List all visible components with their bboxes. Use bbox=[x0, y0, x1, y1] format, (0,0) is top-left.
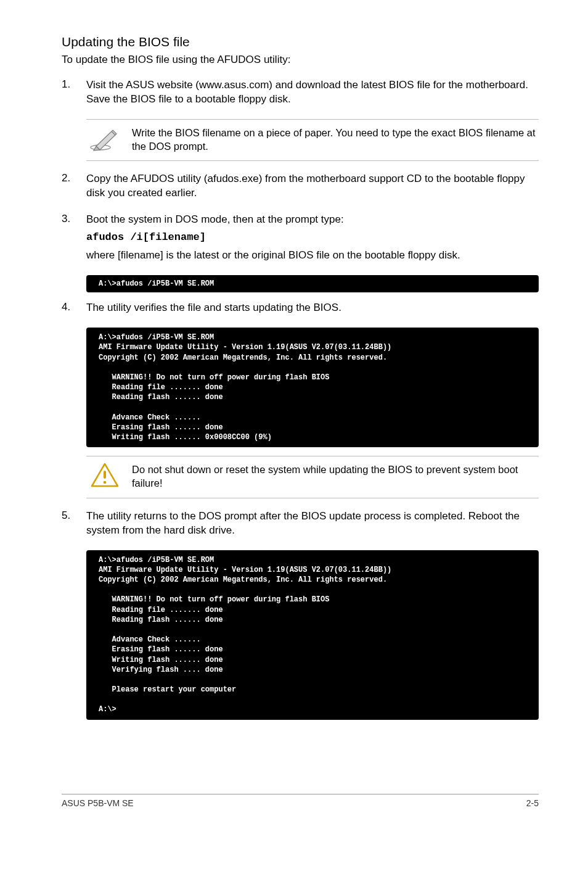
step-number: 1. bbox=[62, 78, 86, 110]
step-number: 3. bbox=[62, 213, 86, 266]
step-text: The utility verifies the file and starts… bbox=[86, 301, 539, 315]
step-number: 4. bbox=[62, 301, 86, 319]
step-item: 2. Copy the AFUDOS utility (afudos.exe) … bbox=[62, 172, 539, 204]
steps-list-cont3: 5. The utility returns to the DOS prompt… bbox=[62, 510, 539, 542]
warning-callout: Do not shut down or reset the system whi… bbox=[86, 456, 539, 498]
steps-list-cont2: 4. The utility verifies the file and sta… bbox=[62, 301, 539, 319]
note-text: Write the BIOS filename on a piece of pa… bbox=[132, 126, 536, 154]
step-number: 2. bbox=[62, 172, 86, 204]
step-body: The utility verifies the file and starts… bbox=[86, 301, 539, 319]
warning-icon bbox=[89, 463, 121, 489]
step-body: Boot the system in DOS mode, then at the… bbox=[86, 213, 539, 266]
step-body: Copy the AFUDOS utility (afudos.exe) fro… bbox=[86, 172, 539, 204]
step-item: 4. The utility verifies the file and sta… bbox=[62, 301, 539, 319]
step-text: Visit the ASUS website (www.asus.com) an… bbox=[86, 78, 539, 107]
warning-text: Do not shut down or reset the system whi… bbox=[132, 463, 536, 490]
step-text: Copy the AFUDOS utility (afudos.exe) fro… bbox=[86, 172, 539, 200]
note-callout: Write the BIOS filename on a piece of pa… bbox=[86, 119, 539, 162]
step-text: The utility returns to the DOS prompt af… bbox=[86, 510, 539, 538]
intro-paragraph: To update the BIOS file using the AFUDOS… bbox=[62, 53, 539, 67]
step-item: 1. Visit the ASUS website (www.asus.com)… bbox=[62, 78, 539, 110]
page-container: Updating the BIOS file To update the BIO… bbox=[0, 0, 588, 833]
step-text: where [filename] is the latest or the or… bbox=[86, 249, 539, 263]
footer-page-number: 2-5 bbox=[526, 798, 539, 808]
svg-point-3 bbox=[104, 481, 107, 484]
step-item: 3. Boot the system in DOS mode, then at … bbox=[62, 213, 539, 266]
page-footer: ASUS P5B-VM SE 2-5 bbox=[62, 794, 539, 808]
terminal-output: A:\>afudos /iP5B-VM SE.ROM AMI Firmware … bbox=[86, 550, 539, 720]
svg-rect-2 bbox=[104, 471, 106, 479]
step-number: 5. bbox=[62, 510, 86, 542]
footer-product: ASUS P5B-VM SE bbox=[62, 798, 134, 808]
steps-list: 1. Visit the ASUS website (www.asus.com)… bbox=[62, 78, 539, 110]
section-heading: Updating the BIOS file bbox=[62, 35, 539, 49]
pencil-icon bbox=[89, 126, 121, 152]
step-item: 5. The utility returns to the DOS prompt… bbox=[62, 510, 539, 542]
terminal-output: A:\>afudos /iP5B-VM SE.ROM AMI Firmware … bbox=[86, 328, 539, 447]
step-text: Boot the system in DOS mode, then at the… bbox=[86, 213, 539, 227]
terminal-output: A:\>afudos /iP5B-VM SE.ROM bbox=[86, 275, 539, 292]
command-text: afudos /i[filename] bbox=[86, 231, 539, 245]
step-body: Visit the ASUS website (www.asus.com) an… bbox=[86, 78, 539, 110]
steps-list-cont: 2. Copy the AFUDOS utility (afudos.exe) … bbox=[62, 172, 539, 266]
step-body: The utility returns to the DOS prompt af… bbox=[86, 510, 539, 542]
